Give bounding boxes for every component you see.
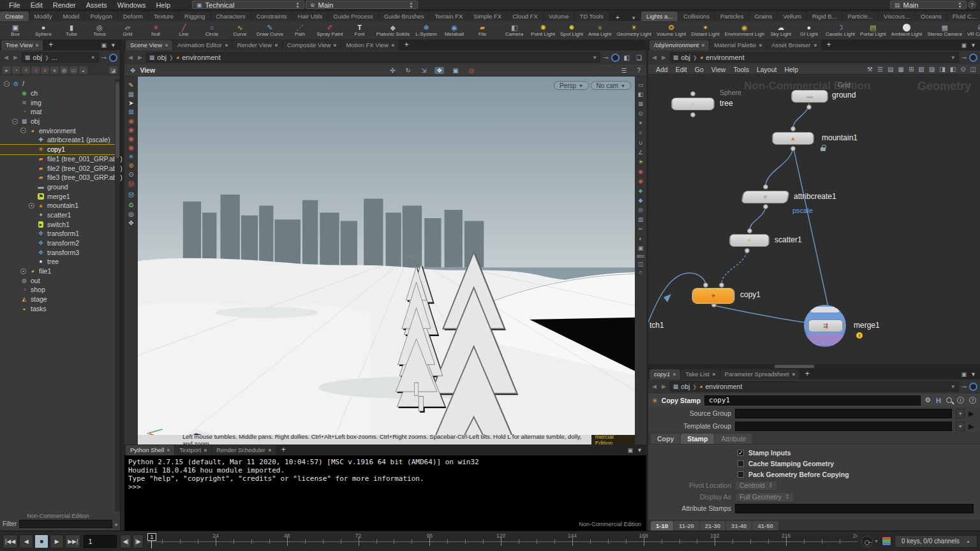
- expander-icon[interactable]: −: [4, 81, 10, 87]
- pane-tab[interactable]: Python Shell: [126, 445, 174, 455]
- python-console[interactable]: Python 2.7.15 (default, Mar 11 2020, 10:…: [124, 455, 646, 531]
- pane-tab[interactable]: Material Palette: [709, 40, 766, 50]
- add-tab-button[interactable]: +: [276, 445, 291, 455]
- shelf-tab[interactable]: Fluid C...: [947, 11, 980, 21]
- link-icon[interactable]: [109, 54, 117, 62]
- tree-row[interactable]: transform2: [0, 239, 115, 248]
- toolbar-icon[interactable]: ⊠: [638, 101, 643, 107]
- tree-row[interactable]: out: [0, 276, 115, 285]
- shelf-tab[interactable]: Deform: [118, 11, 148, 21]
- shelf-tab[interactable]: Grains: [749, 11, 777, 21]
- toolbar-icon[interactable]: ▭: [638, 82, 644, 88]
- shelf-tab[interactable]: Constraints: [251, 11, 292, 21]
- shelf-tab[interactable]: Hair Utils: [293, 11, 328, 21]
- dropdown-icon[interactable]: ▼: [951, 384, 956, 390]
- shelf-tab[interactable]: Lights a...: [641, 11, 678, 21]
- filter-rop-icon[interactable]: ◍: [60, 66, 68, 74]
- toolbar-icon[interactable]: Ⓜ: [128, 191, 135, 200]
- path-field[interactable]: obj ❯ ... ▼: [22, 52, 99, 62]
- viewport-help-icon[interactable]: ?: [635, 67, 642, 74]
- pin-icon[interactable]: ⊸: [603, 54, 608, 61]
- stop-button[interactable]: ■: [34, 534, 48, 548]
- toolbar-icon[interactable]: ▣: [638, 245, 644, 251]
- tree-row[interactable]: merge1: [0, 191, 115, 201]
- toolbar-icon[interactable]: ▦: [128, 91, 134, 98]
- image-icon[interactable]: ▧: [918, 66, 924, 73]
- shelf-tool[interactable]: Tube: [57, 21, 85, 40]
- help-icon[interactable]: ?: [969, 397, 976, 404]
- shelf-tab[interactable]: Rigging: [179, 11, 210, 21]
- forward-icon[interactable]: ▶: [12, 54, 19, 61]
- folder-tab[interactable]: Stamp: [681, 434, 714, 444]
- tree-row[interactable]: ch: [0, 89, 115, 98]
- shelf-tool[interactable]: Caustic Light: [823, 21, 858, 40]
- link-icon[interactable]: [611, 54, 620, 62]
- menu-item[interactable]: Edit: [26, 1, 48, 9]
- pane-menu-icon[interactable]: ▼: [970, 371, 976, 378]
- shelf-tool[interactable]: Distant Light: [688, 21, 722, 40]
- select-arrow-icon[interactable]: [969, 410, 974, 417]
- abc-display-icon[interactable]: abc: [637, 253, 645, 259]
- viewport[interactable]: Persp▼ No cam▼ Left mouse tumbles. Middl…: [138, 77, 635, 444]
- tree-row[interactable]: attribcreate1 (pscale): [0, 135, 115, 145]
- back-icon[interactable]: ◀: [651, 383, 658, 390]
- toolbar-icon[interactable]: Ⓜ: [128, 180, 135, 189]
- folder-tab[interactable]: Attribute: [715, 434, 752, 444]
- key-icon[interactable]: [861, 536, 873, 547]
- pin-icon[interactable]: ⊸: [101, 54, 107, 61]
- add-tab-button[interactable]: +: [43, 40, 58, 50]
- tree-row[interactable]: ground: [0, 182, 115, 192]
- toolbar-icon[interactable]: ◉: [638, 178, 643, 184]
- shelf-tool[interactable]: Sphere: [29, 21, 57, 40]
- spinner-icon[interactable]: ▲▼: [409, 1, 413, 9]
- menu-item[interactable]: Edit: [672, 66, 691, 73]
- projection-selector[interactable]: Persp▼: [554, 81, 589, 90]
- forward-icon[interactable]: ▶: [660, 54, 667, 61]
- shelf-tool[interactable]: Torus: [85, 21, 114, 40]
- play-button[interactable]: ▶: [50, 534, 64, 548]
- range-tab[interactable]: 11-20: [674, 521, 699, 531]
- range-tab[interactable]: 21-30: [700, 521, 725, 531]
- houdini-help-icon[interactable]: H: [936, 397, 941, 404]
- shelf-tool[interactable]: Box: [1, 21, 29, 40]
- spinner-icon[interactable]: ▲▼: [958, 1, 962, 9]
- pane-tab[interactable]: Scene View: [126, 40, 172, 50]
- tab-tree-view[interactable]: Tree View: [1, 40, 43, 50]
- path-field[interactable]: obj ❯ environment ▼: [670, 381, 959, 392]
- shelf-tab[interactable]: Rigid B...: [807, 11, 842, 21]
- shelf-tab[interactable]: Characters: [211, 11, 250, 21]
- filter-lop-icon[interactable]: ▭: [70, 66, 78, 74]
- render-region-icon[interactable]: ◎: [467, 67, 477, 74]
- go-to-end-button[interactable]: ▶▶|: [65, 534, 80, 548]
- link-icon[interactable]: [969, 383, 977, 391]
- tree-row[interactable]: mat: [0, 107, 115, 117]
- toolbar-icon[interactable]: ◎: [128, 210, 134, 217]
- menu-item[interactable]: Tools: [729, 66, 753, 73]
- toolbar-icon[interactable]: ◈: [639, 187, 643, 194]
- pin-icon[interactable]: ⊸: [961, 383, 967, 390]
- tree-scrollbar[interactable]: [115, 79, 120, 511]
- tree-row[interactable]: + mountain1: [0, 201, 115, 210]
- pane-maximize-icon[interactable]: ▣: [628, 447, 634, 453]
- color-icon[interactable]: ◧: [950, 66, 956, 73]
- dropdown-icon[interactable]: ▼: [592, 55, 597, 61]
- pane-tab[interactable]: Render View: [233, 40, 282, 50]
- shelf-tool[interactable]: Portal Light: [858, 21, 888, 40]
- dropdown-icon[interactable]: ▼: [91, 55, 96, 61]
- pane-tab[interactable]: Render Scheduler: [212, 445, 276, 455]
- shelf-tool[interactable]: Area Light: [586, 21, 614, 40]
- layout-icon[interactable]: ❏: [634, 54, 644, 61]
- shelf-tab[interactable]: Model: [58, 11, 85, 21]
- list-icon[interactable]: ▤: [887, 66, 893, 73]
- tree-row[interactable]: − obj: [0, 117, 115, 126]
- shelf-tool[interactable]: Line: [170, 21, 198, 40]
- toolbar-icon[interactable]: ⊠: [128, 108, 133, 115]
- rotate-icon[interactable]: ↻: [404, 67, 413, 74]
- forward-icon[interactable]: ▶: [137, 54, 144, 61]
- node-label[interactable]: attribcreate1: [794, 192, 836, 201]
- tree-row[interactable]: file1 (tree_001_GRP.abc): [0, 154, 115, 164]
- shelf-tool[interactable]: Path: [286, 21, 314, 40]
- tree-row[interactable]: transform3: [0, 247, 115, 257]
- shelf-tool[interactable]: Camera: [500, 21, 528, 40]
- shelf-tab[interactable]: Vellum: [778, 11, 806, 21]
